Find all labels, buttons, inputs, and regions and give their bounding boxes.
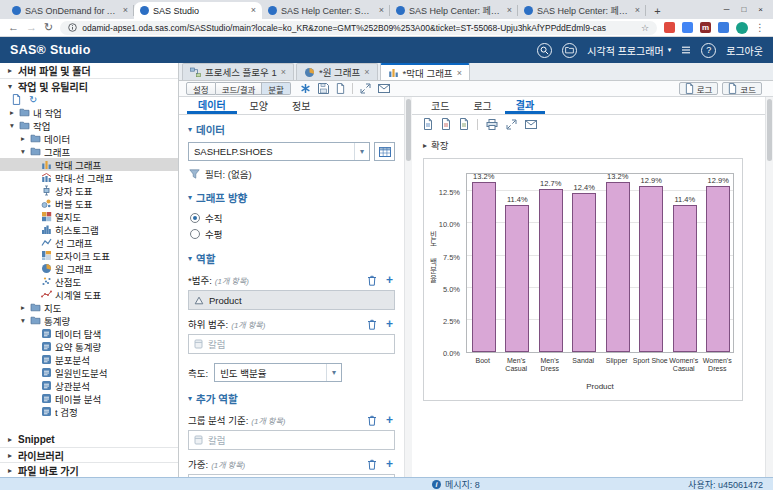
red-extension-icon[interactable] <box>664 22 675 33</box>
orientation-option-0[interactable]: 수직 <box>188 210 395 226</box>
results-tab-1[interactable]: 로그 <box>462 97 502 114</box>
add-column-icon[interactable]: + <box>386 458 393 470</box>
tree-item-14[interactable]: 시계열 도표 <box>0 288 178 301</box>
tree-item-15[interactable]: ▸지도 <box>0 301 178 314</box>
tree-item-21[interactable]: 상관분석 <box>0 379 178 392</box>
maximize-icon[interactable]: □ <box>741 5 746 14</box>
tree-item-23[interactable]: t 검정 <box>0 405 178 418</box>
delete-icon[interactable] <box>367 415 377 426</box>
profile-avatar[interactable] <box>736 22 748 34</box>
results-scrollbar[interactable] <box>765 97 773 477</box>
orientation-option-1[interactable]: 수평 <box>188 226 395 242</box>
blue-extension-icon[interactable] <box>682 22 693 33</box>
collapsed-arrow-icon[interactable]: ▸ <box>19 134 27 143</box>
tab-close-icon[interactable]: × <box>635 6 640 15</box>
collapsed-arrow-icon[interactable]: ▸ <box>6 435 14 444</box>
delete-icon[interactable] <box>367 275 377 286</box>
refresh-icon[interactable]: ↻ <box>29 95 37 105</box>
tab-close-icon[interactable]: × <box>364 67 369 77</box>
radio-selected-icon[interactable] <box>190 213 200 223</box>
delete-icon[interactable] <box>367 319 377 330</box>
run-task-icon[interactable] <box>300 83 311 94</box>
orientation-section-header[interactable]: ▾ 그래프 방향 <box>188 190 395 205</box>
tab-close-icon[interactable]: × <box>507 6 512 15</box>
settings-tab-2[interactable]: 정보 <box>281 97 321 114</box>
measure-select[interactable]: 빈도 백분율 ▾ <box>214 363 342 382</box>
roles-section-header[interactable]: ▾ 역할 <box>188 251 395 266</box>
tab-close-icon[interactable]: × <box>379 6 384 15</box>
logout-button[interactable]: 로그아웃 <box>726 43 763 58</box>
tree-item-9[interactable]: 히스토그램 <box>0 223 178 236</box>
sidebar-section-libraries[interactable]: ▸ 라이브러리 <box>0 447 178 462</box>
tree-item-0[interactable]: ▸내 작업 <box>0 106 178 119</box>
tree-item-10[interactable]: 선 그래프 <box>0 236 178 249</box>
sidebar-section-server-files[interactable]: ▸ 서버 파일 및 폴더 <box>0 63 178 78</box>
add-column-icon[interactable]: + <box>386 318 393 330</box>
tree-item-13[interactable]: 산점도 <box>0 275 178 288</box>
sidebar-section-snippets[interactable]: ▸ Snippet <box>0 432 178 447</box>
site-info-icon[interactable] <box>68 23 77 32</box>
expanded-arrow-icon[interactable]: ▾ <box>19 316 27 325</box>
open-folder-icon[interactable] <box>562 43 577 58</box>
settings-tab-1[interactable]: 모양 <box>239 97 279 114</box>
maximize-view-icon[interactable] <box>360 83 371 94</box>
save-as-icon[interactable] <box>336 83 345 94</box>
pdf-result-icon[interactable] <box>441 118 451 130</box>
tree-item-16[interactable]: ▾통계량 <box>0 314 178 327</box>
results-tab-2[interactable]: 결과 <box>505 97 545 114</box>
browser-tab-4[interactable]: SAS Help Center: 페이지를 찾을× <box>518 2 646 19</box>
doc-tab-1[interactable]: *원 그래프× <box>296 63 378 80</box>
tree-item-5[interactable]: 막대-선 그래프 <box>0 171 178 184</box>
delete-icon[interactable] <box>367 459 377 470</box>
expanded-arrow-icon[interactable]: ▾ <box>6 82 14 91</box>
add-column-icon[interactable]: + <box>386 414 393 426</box>
tree-item-8[interactable]: 열지도 <box>0 210 178 223</box>
results-tab-0[interactable]: 코드 <box>420 97 460 114</box>
new-task-icon[interactable] <box>12 94 21 105</box>
toggle-button-0[interactable]: 로그 <box>679 82 719 95</box>
view-button-0[interactable]: 설정 <box>186 82 216 95</box>
sidebar-section-tasks-utilities[interactable]: ▾ 작업 및 유틸리티 <box>0 78 178 93</box>
sidebar-section-file-shortcuts[interactable]: ▸ 파일 바로 가기 <box>0 462 178 477</box>
tree-item-20[interactable]: 일원빈도분석 <box>0 366 178 379</box>
tree-item-3[interactable]: ▾그래프 <box>0 145 178 158</box>
rtf-result-icon[interactable] <box>459 118 469 130</box>
browser-tab-1[interactable]: SAS Studio× <box>134 2 262 19</box>
collapsed-arrow-icon[interactable]: ▸ <box>6 66 14 75</box>
browser-menu-icon[interactable]: ⋮ <box>755 22 765 33</box>
tree-item-1[interactable]: ▾작업 <box>0 119 178 132</box>
data-section-header[interactable]: ▾ 데이터 <box>188 122 395 137</box>
add-column-icon[interactable]: + <box>386 274 393 286</box>
subcategory-role-box[interactable]: 칼럼 <box>188 334 395 354</box>
tree-item-17[interactable]: 데이터 탐색 <box>0 327 178 340</box>
print-icon[interactable] <box>486 119 498 130</box>
additional-roles-section-header[interactable]: ▾ 추가 역할 <box>188 391 395 406</box>
browser-tab-2[interactable]: SAS Help Center: SGPLOT Proce× <box>262 2 390 19</box>
role-item-product[interactable]: Product <box>189 291 394 309</box>
tree-item-12[interactable]: 원 그래프 <box>0 262 178 275</box>
email-icon[interactable] <box>378 84 390 93</box>
perspective-dropdown[interactable]: 시각적 프로그래머 ▾ <box>587 43 671 58</box>
category-role-box[interactable]: Product <box>188 290 395 310</box>
tree-item-7[interactable]: 버블 도표 <box>0 197 178 210</box>
bookmark-star-icon[interactable]: ☆ <box>641 23 649 33</box>
back-icon[interactable]: ← <box>8 22 19 33</box>
html-result-icon[interactable] <box>423 118 433 130</box>
minimize-icon[interactable]: ─ <box>724 5 730 14</box>
email-results-icon[interactable] <box>525 120 537 129</box>
tab-close-icon[interactable]: × <box>251 6 256 15</box>
settings-scrollbar[interactable] <box>404 97 412 477</box>
filter-row[interactable]: 필터: (없음) <box>188 167 395 181</box>
messages-indicator[interactable]: i 메시지: 8 <box>432 478 480 490</box>
forward-icon[interactable]: → <box>26 22 37 33</box>
tab-close-icon[interactable]: × <box>281 67 286 77</box>
search-icon[interactable] <box>537 43 552 58</box>
m-extension-icon[interactable]: m <box>700 22 711 33</box>
new-tab-button[interactable]: + <box>650 3 665 18</box>
app-menu-icon[interactable] <box>681 46 691 54</box>
help-icon[interactable]: ? <box>701 43 716 58</box>
view-button-1[interactable]: 코드/결과 <box>216 82 263 95</box>
collapsed-arrow-icon[interactable]: ▸ <box>6 466 14 475</box>
tab-close-icon[interactable]: × <box>123 6 128 15</box>
choose-table-button[interactable] <box>374 142 395 161</box>
